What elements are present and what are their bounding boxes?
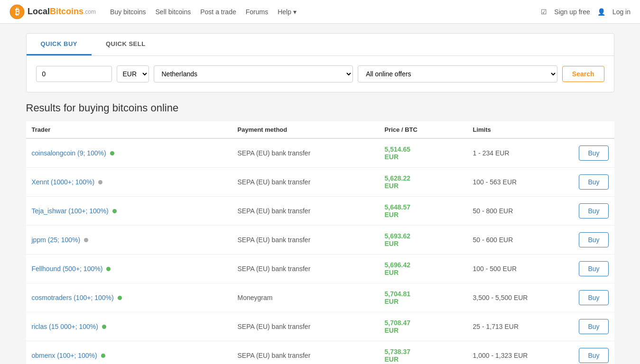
action-cell: Buy: [573, 255, 614, 283]
nav-links: Buy bitcoins Sell bitcoins Post a trade …: [110, 8, 541, 16]
table-row: Teja_ishwar (100+; 100%) SEPA (EU) bank …: [26, 197, 614, 226]
trader-cell: obmenx (100+; 100%): [26, 341, 232, 364]
trader-cell: Teja_ishwar (100+; 100%): [26, 197, 232, 226]
payment-cell: SEPA (EU) bank transfer: [232, 341, 379, 364]
action-cell: Buy: [573, 283, 614, 312]
trader-cell: Fellhound (500+; 100%): [26, 255, 232, 283]
trader-link[interactable]: coinsalongcoin (9; 100%): [32, 149, 106, 157]
offer-type-select[interactable]: All online offers SEPA (EU) bank transfe…: [358, 65, 557, 82]
col-header-payment: Payment method: [232, 121, 379, 138]
limits-cell: 3,500 - 5,500 EUR: [467, 283, 573, 312]
bitcoin-logo-icon: ₿: [9, 4, 25, 19]
buy-button[interactable]: Buy: [579, 348, 608, 363]
signup-button[interactable]: Sign up free: [554, 8, 590, 16]
buy-button[interactable]: Buy: [579, 261, 608, 276]
navbar: ₿ LocalBitcoins.com Buy bitcoins Sell bi…: [0, 0, 640, 24]
trader-link[interactable]: riclas (15 000+; 100%): [32, 323, 98, 330]
price-cell: 5,628.22EUR: [379, 168, 467, 197]
limits-cell: 1,000 - 1,323 EUR: [467, 341, 573, 364]
buy-button[interactable]: Buy: [579, 174, 608, 190]
payment-cell: SEPA (EU) bank transfer: [232, 312, 379, 341]
action-cell: Buy: [573, 197, 614, 226]
limits-cell: 50 - 800 EUR: [467, 197, 573, 226]
col-header-price: Price / BTC: [379, 121, 467, 138]
table-row: cosmotraders (100+; 100%) Moneygram 5,70…: [26, 283, 614, 312]
trader-cell: riclas (15 000+; 100%): [26, 312, 232, 341]
nav-post-trade[interactable]: Post a trade: [200, 8, 236, 16]
search-button[interactable]: Search: [562, 66, 604, 82]
quick-form: EUR USD GBP BTC Netherlands Germany Unit…: [27, 56, 614, 92]
online-status-icon: [98, 180, 102, 184]
price-cell: 5,514.65EUR: [379, 138, 467, 168]
svg-text:₿: ₿: [15, 7, 19, 17]
price-cell: 5,704.81EUR: [379, 283, 467, 312]
action-cell: Buy: [573, 341, 614, 364]
chevron-down-icon: ▾: [293, 8, 297, 16]
buy-button[interactable]: Buy: [579, 146, 608, 161]
online-status-icon: [112, 209, 117, 213]
trader-link[interactable]: cosmotraders (100+; 100%): [32, 294, 114, 301]
limits-cell: 25 - 1,713 EUR: [467, 312, 573, 341]
trader-link[interactable]: obmenx (100+; 100%): [32, 352, 97, 359]
nav-forums[interactable]: Forums: [246, 8, 268, 16]
table-row: riclas (15 000+; 100%) SEPA (EU) bank tr…: [26, 312, 614, 341]
trader-link[interactable]: Fellhound (500+; 100%): [32, 265, 103, 273]
user-icon: 👤: [597, 8, 605, 16]
price-cell: 5,693.62EUR: [379, 226, 467, 255]
online-status-icon: [118, 296, 122, 300]
main-content: QUICK BUY QUICK SELL EUR USD GBP BTC Net…: [17, 24, 624, 364]
price-cell: 5,648.57EUR: [379, 197, 467, 226]
trader-link[interactable]: Teja_ishwar (100+; 100%): [32, 207, 109, 215]
online-status-icon: [102, 325, 106, 329]
col-header-action: [573, 121, 614, 138]
brand-text-bitcoins: Bitcoins: [50, 7, 83, 17]
trader-link[interactable]: Xennt (1000+; 100%): [32, 178, 95, 186]
payment-cell: Moneygram: [232, 283, 379, 312]
payment-cell: SEPA (EU) bank transfer: [232, 138, 379, 168]
buy-button[interactable]: Buy: [579, 319, 608, 334]
nav-sell-bitcoins[interactable]: Sell bitcoins: [156, 8, 191, 16]
limits-cell: 100 - 563 EUR: [467, 168, 573, 197]
col-header-trader: Trader: [26, 121, 232, 138]
quick-card: QUICK BUY QUICK SELL EUR USD GBP BTC Net…: [26, 33, 614, 92]
price-cell: 5,708.47EUR: [379, 312, 467, 341]
trader-cell: Xennt (1000+; 100%): [26, 168, 232, 197]
buy-button[interactable]: Buy: [579, 290, 608, 305]
login-button[interactable]: Log in: [612, 8, 631, 16]
trader-link[interactable]: jppm (25; 100%): [32, 236, 81, 244]
limits-cell: 1 - 234 EUR: [467, 138, 573, 168]
nav-buy-bitcoins[interactable]: Buy bitcoins: [110, 8, 146, 16]
price-cell: 5,738.37EUR: [379, 341, 467, 364]
buy-button[interactable]: Buy: [579, 232, 608, 247]
price-cell: 5,696.42EUR: [379, 255, 467, 283]
tab-quick-buy[interactable]: QUICK BUY: [27, 34, 92, 55]
col-header-limits: Limits: [467, 121, 573, 138]
action-cell: Buy: [573, 226, 614, 255]
limits-cell: 50 - 600 EUR: [467, 226, 573, 255]
brand-logo[interactable]: ₿ LocalBitcoins.com: [9, 4, 96, 19]
nav-right: ☑ Sign up free 👤 Log in: [541, 8, 631, 16]
trader-cell: cosmotraders (100+; 100%): [26, 283, 232, 312]
results-title: Results for buying bitcoins online: [26, 102, 614, 114]
action-cell: Buy: [573, 138, 614, 168]
online-status-icon: [110, 151, 114, 155]
country-select[interactable]: Netherlands Germany United States United…: [154, 65, 353, 82]
checkbox-icon: ☑: [541, 8, 547, 16]
tab-quick-sell[interactable]: QUICK SELL: [92, 34, 160, 55]
trader-cell: jppm (25; 100%): [26, 226, 232, 255]
amount-input[interactable]: [36, 66, 112, 82]
action-cell: Buy: [573, 168, 614, 197]
brand-text-local: Local: [28, 7, 50, 17]
online-status-icon: [84, 238, 88, 242]
online-status-icon: [101, 354, 105, 358]
table-row: Fellhound (500+; 100%) SEPA (EU) bank tr…: [26, 255, 614, 283]
nav-help[interactable]: Help ▾: [278, 8, 297, 16]
brand-text-com: .com: [83, 9, 96, 15]
action-cell: Buy: [573, 312, 614, 341]
buy-button[interactable]: Buy: [579, 203, 608, 218]
table-row: obmenx (100+; 100%) SEPA (EU) bank trans…: [26, 341, 614, 364]
offers-table: Trader Payment method Price / BTC Limits…: [26, 121, 614, 364]
online-status-icon: [106, 267, 111, 271]
table-row: coinsalongcoin (9; 100%) SEPA (EU) bank …: [26, 138, 614, 168]
currency-select[interactable]: EUR USD GBP BTC: [117, 65, 149, 82]
